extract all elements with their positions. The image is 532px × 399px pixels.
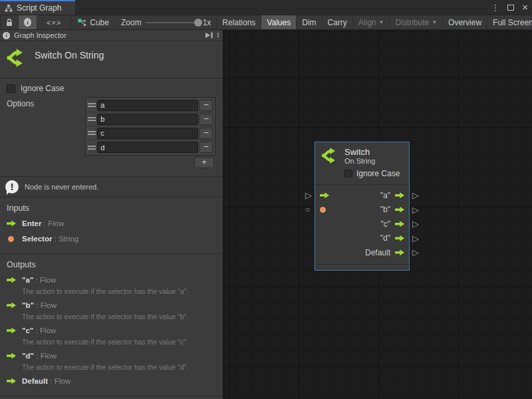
output-port-a: "a" : Flow: [7, 275, 216, 285]
option-row: −: [86, 112, 214, 126]
switch-on-string-node[interactable]: Switch On String Ignore Case "a" "b" "c": [315, 142, 410, 271]
node-ports: "a" "b" "c" "d" Default: [315, 185, 409, 260]
zoom-slider[interactable]: [146, 22, 199, 23]
lock-button[interactable]: [0, 15, 19, 29]
output-port-c-desc: The action to execute if the selector ha…: [22, 338, 216, 346]
selector-connector-icon[interactable]: ○: [305, 205, 310, 214]
option-input[interactable]: [97, 128, 198, 139]
warning-icon: !: [5, 180, 19, 194]
flow-port-icon: [7, 378, 16, 384]
zoom-slider-handle[interactable]: [194, 19, 202, 27]
graph-inspector-panel: i Graph Inspector ▲▼ Swi: [0, 30, 223, 399]
output-d-connector-icon[interactable]: ▷: [412, 234, 419, 243]
maximize-icon[interactable]: [507, 5, 514, 11]
flow-port-icon: [7, 277, 16, 283]
output-port-d-icon[interactable]: [395, 235, 404, 241]
panel-spinner[interactable]: ▲▼: [216, 32, 220, 39]
output-port-d: "d" : Flow: [7, 351, 216, 360]
remove-option-button[interactable]: −: [200, 114, 213, 125]
remove-option-button[interactable]: −: [200, 128, 213, 139]
output-port-d-desc: The action to execute if the selector ha…: [22, 363, 216, 371]
input-port-selector: Selector : String: [7, 234, 216, 243]
inputs-section: Inputs Enter : Flow Selector : String: [0, 198, 223, 253]
dock-panel-icon[interactable]: [205, 32, 213, 39]
output-port-a-desc: The action to execute if the selector ha…: [22, 287, 216, 295]
flow-port-icon: [7, 352, 16, 359]
drag-handle-icon[interactable]: [86, 117, 97, 121]
output-default-connector-icon[interactable]: ▷: [412, 248, 419, 257]
graph-target[interactable]: Cube: [71, 15, 116, 29]
info-icon: i: [24, 18, 31, 27]
output-b-connector-icon[interactable]: ▷: [412, 205, 419, 214]
remove-option-button[interactable]: −: [200, 100, 213, 111]
lock-icon: [6, 19, 13, 27]
add-option-button[interactable]: +: [194, 157, 214, 168]
selector-port-icon[interactable]: [320, 207, 326, 213]
value-port-icon: [8, 236, 14, 242]
node-title: Switch: [344, 147, 375, 157]
zoom-control: Zoom 1x: [116, 15, 216, 29]
enter-port-icon[interactable]: [320, 192, 329, 199]
flow-port-icon: [7, 302, 16, 309]
edit-source-button[interactable]: <×>: [37, 15, 71, 29]
graph-reference-icon: [78, 19, 86, 27]
input-port-enter: Enter : Flow: [7, 219, 216, 228]
zoom-label: Zoom: [121, 18, 142, 27]
drag-handle-icon[interactable]: [86, 146, 97, 150]
output-port-default-icon[interactable]: [395, 249, 404, 256]
option-input[interactable]: [97, 114, 198, 125]
output-port-a-icon[interactable]: [395, 192, 404, 199]
option-row: −: [86, 98, 214, 112]
info-icon: i: [3, 32, 10, 39]
remove-option-button[interactable]: −: [200, 142, 213, 153]
option-input[interactable]: [97, 142, 198, 153]
toolbar-button-carry[interactable]: Carry: [323, 15, 353, 29]
outputs-section: Outputs "a" : Flow The action to execute…: [0, 254, 223, 396]
chevron-down-icon: ▼: [432, 19, 437, 25]
unit-settings: Ignore Case Options − −: [0, 78, 223, 168]
ignore-case-checkbox[interactable]: [7, 84, 15, 93]
graph-inspector-header: i Graph Inspector ▲▼: [0, 30, 223, 41]
switch-icon: [5, 48, 27, 70]
output-c-connector-icon[interactable]: ▷: [412, 219, 419, 228]
node-subtitle: On String: [344, 157, 375, 166]
warning-text: Node is never entered.: [25, 183, 98, 191]
script-graph-window: Script Graph ⋮ × i <×> Cube: [0, 0, 532, 399]
toolbar-button-overview[interactable]: Overview: [443, 15, 487, 29]
tab-script-graph[interactable]: Script Graph: [0, 0, 75, 15]
toolbar-button-values[interactable]: Values: [261, 15, 297, 29]
node-ignore-case-checkbox[interactable]: [344, 170, 352, 178]
window-menu-icon[interactable]: ⋮: [491, 3, 499, 13]
warning-box: ! Node is never entered.: [0, 176, 223, 198]
toolbar-button-distribute[interactable]: Distribute▼: [390, 15, 443, 29]
toolbar-button-align[interactable]: Align▼: [353, 15, 390, 29]
toolbar-button-fullscreen[interactable]: Full Screen: [487, 15, 532, 29]
drag-handle-icon[interactable]: [86, 131, 97, 135]
output-port-c-icon[interactable]: [395, 221, 404, 227]
toolbar-button-relations[interactable]: Relations: [216, 15, 261, 29]
output-port-c: "c" : Flow: [7, 326, 216, 335]
drag-handle-icon[interactable]: [86, 103, 97, 107]
options-label: Options: [7, 97, 85, 108]
graph-inspector-title: Graph Inspector: [14, 31, 66, 39]
node-header[interactable]: Switch On String Ignore Case: [315, 142, 409, 185]
inspect-button[interactable]: i: [19, 15, 37, 29]
graph-tree-icon: [5, 5, 13, 12]
close-icon[interactable]: ×: [522, 4, 528, 11]
outputs-header: Outputs: [7, 260, 216, 269]
inputs-header: Inputs: [7, 203, 216, 213]
output-a-connector-icon[interactable]: ▷: [412, 191, 419, 200]
tab-label: Script Graph: [17, 3, 61, 13]
toolbar-left-group: i <×>: [0, 15, 71, 29]
options-list: − − −: [85, 97, 215, 156]
option-row: −: [86, 126, 214, 140]
output-port-b-icon[interactable]: [395, 206, 404, 213]
unit-title-block: Switch On String: [0, 41, 223, 78]
switch-icon: [321, 147, 338, 166]
toolbar-button-dim[interactable]: Dim: [297, 15, 322, 29]
node-ignore-case-label: Ignore Case: [356, 169, 400, 178]
node-footer: [315, 264, 409, 270]
graph-target-label: Cube: [90, 18, 109, 27]
option-input[interactable]: [97, 100, 198, 111]
enter-connector-icon[interactable]: ▷: [305, 191, 312, 200]
